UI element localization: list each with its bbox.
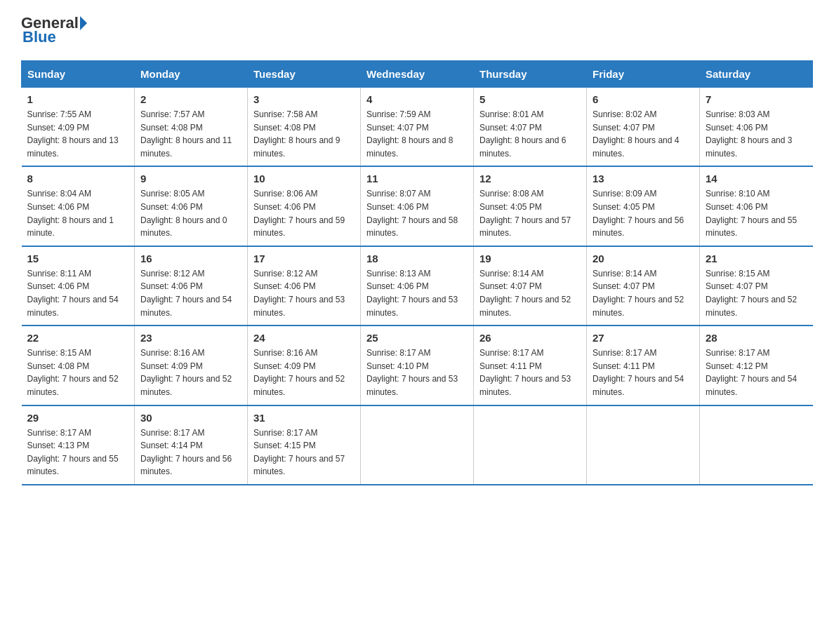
day-info: Sunrise: 8:02 AMSunset: 4:07 PMDaylight:…	[593, 108, 694, 160]
calendar-table: SundayMondayTuesdayWednesdayThursdayFrid…	[21, 60, 813, 485]
logo: General Blue	[21, 14, 88, 46]
calendar-cell: 5 Sunrise: 8:01 AMSunset: 4:07 PMDayligh…	[474, 88, 587, 167]
day-number: 16	[140, 253, 241, 264]
day-info: Sunrise: 8:07 AMSunset: 4:06 PMDaylight:…	[366, 187, 468, 239]
day-info: Sunrise: 7:59 AMSunset: 4:07 PMDaylight:…	[366, 108, 468, 160]
day-number: 27	[593, 332, 694, 344]
day-info: Sunrise: 8:10 AMSunset: 4:06 PMDaylight:…	[706, 187, 807, 239]
week-row-4: 22 Sunrise: 8:15 AMSunset: 4:08 PMDaylig…	[22, 326, 813, 405]
week-row-2: 8 Sunrise: 8:04 AMSunset: 4:06 PMDayligh…	[22, 166, 813, 246]
calendar-cell: 25 Sunrise: 8:17 AMSunset: 4:10 PMDaylig…	[361, 326, 474, 405]
day-number: 12	[479, 173, 581, 185]
calendar-cell: 11 Sunrise: 8:07 AMSunset: 4:06 PMDaylig…	[361, 166, 474, 246]
calendar-cell: 29 Sunrise: 8:17 AMSunset: 4:13 PMDaylig…	[22, 405, 135, 485]
calendar-cell: 3 Sunrise: 7:58 AMSunset: 4:08 PMDayligh…	[248, 88, 361, 167]
calendar-cell	[587, 405, 700, 485]
calendar-cell: 2 Sunrise: 7:57 AMSunset: 4:08 PMDayligh…	[135, 88, 248, 167]
day-number: 7	[706, 93, 807, 105]
calendar-cell: 22 Sunrise: 8:15 AMSunset: 4:08 PMDaylig…	[22, 326, 135, 405]
calendar-cell: 6 Sunrise: 8:02 AMSunset: 4:07 PMDayligh…	[587, 88, 700, 167]
day-info: Sunrise: 8:17 AMSunset: 4:11 PMDaylight:…	[479, 347, 581, 398]
calendar-cell: 8 Sunrise: 8:04 AMSunset: 4:06 PMDayligh…	[22, 166, 135, 246]
day-info: Sunrise: 8:01 AMSunset: 4:07 PMDaylight:…	[479, 108, 581, 160]
day-number: 31	[253, 412, 355, 424]
calendar-cell: 9 Sunrise: 8:05 AMSunset: 4:06 PMDayligh…	[135, 166, 248, 246]
day-info: Sunrise: 8:17 AMSunset: 4:15 PMDaylight:…	[253, 427, 355, 478]
week-row-3: 15 Sunrise: 8:11 AMSunset: 4:06 PMDaylig…	[22, 246, 813, 326]
day-number: 28	[706, 332, 807, 344]
header-thursday: Thursday	[474, 61, 587, 88]
day-number: 19	[479, 253, 581, 264]
day-info: Sunrise: 8:11 AMSunset: 4:06 PMDaylight:…	[27, 267, 129, 319]
day-number: 5	[479, 93, 581, 105]
logo-blue-text: Blue	[22, 28, 56, 46]
day-number: 24	[253, 332, 355, 344]
calendar-cell: 21 Sunrise: 8:15 AMSunset: 4:07 PMDaylig…	[700, 246, 813, 326]
calendar-cell: 7 Sunrise: 8:03 AMSunset: 4:06 PMDayligh…	[700, 88, 813, 167]
day-number: 17	[253, 253, 355, 264]
day-info: Sunrise: 8:12 AMSunset: 4:06 PMDaylight:…	[140, 267, 241, 319]
day-info: Sunrise: 8:17 AMSunset: 4:11 PMDaylight:…	[593, 347, 694, 398]
day-number: 3	[253, 93, 355, 105]
day-number: 26	[479, 332, 581, 344]
day-info: Sunrise: 8:15 AMSunset: 4:07 PMDaylight:…	[706, 267, 807, 319]
day-info: Sunrise: 8:17 AMSunset: 4:10 PMDaylight:…	[366, 347, 468, 398]
day-info: Sunrise: 8:08 AMSunset: 4:05 PMDaylight:…	[479, 187, 581, 239]
calendar-cell: 20 Sunrise: 8:14 AMSunset: 4:07 PMDaylig…	[587, 246, 700, 326]
calendar-cell: 10 Sunrise: 8:06 AMSunset: 4:06 PMDaylig…	[248, 166, 361, 246]
calendar-cell: 26 Sunrise: 8:17 AMSunset: 4:11 PMDaylig…	[474, 326, 587, 405]
day-number: 1	[27, 93, 129, 105]
day-info: Sunrise: 8:06 AMSunset: 4:06 PMDaylight:…	[253, 187, 355, 239]
calendar-cell: 17 Sunrise: 8:12 AMSunset: 4:06 PMDaylig…	[248, 246, 361, 326]
week-row-1: 1 Sunrise: 7:55 AMSunset: 4:09 PMDayligh…	[22, 88, 813, 167]
day-number: 22	[27, 332, 129, 344]
day-info: Sunrise: 8:17 AMSunset: 4:14 PMDaylight:…	[140, 427, 241, 478]
day-number: 15	[27, 253, 129, 264]
calendar-cell: 15 Sunrise: 8:11 AMSunset: 4:06 PMDaylig…	[22, 246, 135, 326]
day-number: 8	[27, 173, 129, 185]
day-number: 23	[140, 332, 241, 344]
page-header: General Blue	[21, 14, 813, 46]
day-info: Sunrise: 8:09 AMSunset: 4:05 PMDaylight:…	[593, 187, 694, 239]
day-info: Sunrise: 8:13 AMSunset: 4:06 PMDaylight:…	[366, 267, 468, 319]
calendar-cell: 16 Sunrise: 8:12 AMSunset: 4:06 PMDaylig…	[135, 246, 248, 326]
day-info: Sunrise: 8:16 AMSunset: 4:09 PMDaylight:…	[253, 347, 355, 398]
day-number: 13	[593, 173, 694, 185]
day-info: Sunrise: 7:57 AMSunset: 4:08 PMDaylight:…	[140, 108, 241, 160]
day-info: Sunrise: 8:14 AMSunset: 4:07 PMDaylight:…	[479, 267, 581, 319]
calendar-cell	[474, 405, 587, 485]
day-number: 10	[253, 173, 355, 185]
calendar-cell: 1 Sunrise: 7:55 AMSunset: 4:09 PMDayligh…	[22, 88, 135, 167]
day-number: 9	[140, 173, 241, 185]
header-saturday: Saturday	[700, 61, 813, 88]
day-info: Sunrise: 7:58 AMSunset: 4:08 PMDaylight:…	[253, 108, 355, 160]
day-info: Sunrise: 8:14 AMSunset: 4:07 PMDaylight:…	[593, 267, 694, 319]
day-number: 4	[366, 93, 468, 105]
calendar-header-row: SundayMondayTuesdayWednesdayThursdayFrid…	[22, 61, 813, 88]
week-row-5: 29 Sunrise: 8:17 AMSunset: 4:13 PMDaylig…	[22, 405, 813, 485]
day-number: 29	[27, 412, 129, 424]
calendar-cell: 19 Sunrise: 8:14 AMSunset: 4:07 PMDaylig…	[474, 246, 587, 326]
calendar-cell: 28 Sunrise: 8:17 AMSunset: 4:12 PMDaylig…	[700, 326, 813, 405]
logo-arrow-icon	[80, 16, 87, 30]
calendar-cell: 18 Sunrise: 8:13 AMSunset: 4:06 PMDaylig…	[361, 246, 474, 326]
day-number: 21	[706, 253, 807, 264]
calendar-cell: 14 Sunrise: 8:10 AMSunset: 4:06 PMDaylig…	[700, 166, 813, 246]
header-monday: Monday	[135, 61, 248, 88]
header-tuesday: Tuesday	[248, 61, 361, 88]
header-friday: Friday	[587, 61, 700, 88]
day-info: Sunrise: 8:05 AMSunset: 4:06 PMDaylight:…	[140, 187, 241, 239]
day-number: 25	[366, 332, 468, 344]
day-info: Sunrise: 8:15 AMSunset: 4:08 PMDaylight:…	[27, 347, 129, 398]
day-info: Sunrise: 8:03 AMSunset: 4:06 PMDaylight:…	[706, 108, 807, 160]
day-number: 30	[140, 412, 241, 424]
day-info: Sunrise: 8:12 AMSunset: 4:06 PMDaylight:…	[253, 267, 355, 319]
header-sunday: Sunday	[22, 61, 135, 88]
calendar-cell: 30 Sunrise: 8:17 AMSunset: 4:14 PMDaylig…	[135, 405, 248, 485]
day-number: 18	[366, 253, 468, 264]
day-info: Sunrise: 7:55 AMSunset: 4:09 PMDaylight:…	[27, 108, 129, 160]
calendar-cell: 24 Sunrise: 8:16 AMSunset: 4:09 PMDaylig…	[248, 326, 361, 405]
day-info: Sunrise: 8:04 AMSunset: 4:06 PMDaylight:…	[27, 187, 129, 239]
day-info: Sunrise: 8:17 AMSunset: 4:12 PMDaylight:…	[706, 347, 807, 398]
calendar-cell: 13 Sunrise: 8:09 AMSunset: 4:05 PMDaylig…	[587, 166, 700, 246]
